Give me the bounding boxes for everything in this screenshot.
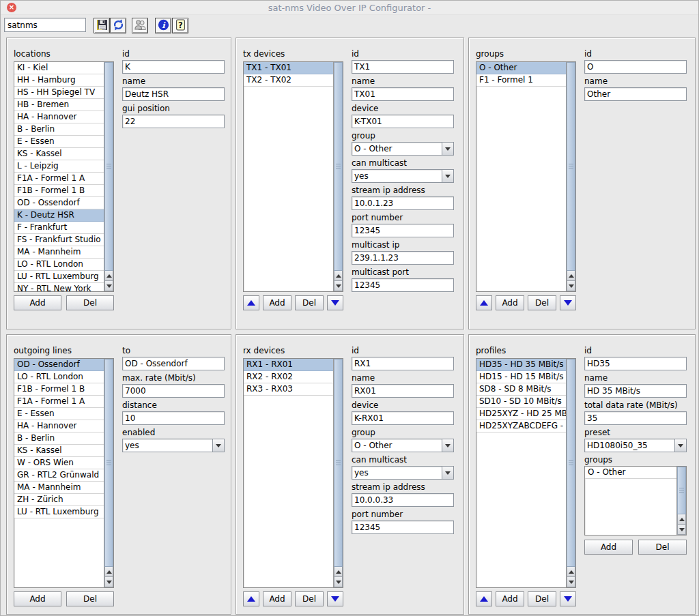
id-input[interactable] bbox=[584, 60, 687, 74]
scrollbar[interactable] bbox=[566, 359, 575, 587]
list-item[interactable]: L - Leipzig bbox=[14, 160, 104, 173]
list-item[interactable]: HA - Hannover bbox=[14, 111, 104, 123]
scrollbar[interactable] bbox=[333, 62, 343, 291]
name-input[interactable] bbox=[584, 87, 687, 101]
scroll-up-button[interactable] bbox=[567, 567, 575, 577]
list-item[interactable]: HH - Hamburg bbox=[14, 74, 104, 87]
device-input[interactable] bbox=[352, 115, 454, 128]
scroll-down-button[interactable] bbox=[567, 281, 575, 291]
list-item[interactable]: B - Berlin bbox=[14, 432, 104, 445]
outgoing-lines-list[interactable]: OD - OssendorfLO - RTL LondonF1B - Forme… bbox=[14, 358, 114, 588]
multicast-port-input[interactable] bbox=[352, 278, 454, 292]
list-item[interactable]: HD15 - HD 15 MBit/s bbox=[476, 371, 566, 383]
info-button[interactable]: i bbox=[155, 18, 171, 33]
scrollbar[interactable] bbox=[333, 359, 343, 587]
name-input[interactable] bbox=[122, 87, 225, 101]
add-button[interactable]: Add bbox=[584, 540, 633, 555]
scrollbar-thumb[interactable] bbox=[104, 62, 113, 271]
port-input[interactable] bbox=[352, 520, 454, 534]
dropdown-arrow-icon[interactable] bbox=[442, 143, 453, 155]
to-input[interactable] bbox=[122, 357, 225, 370]
scroll-up-button[interactable] bbox=[104, 271, 113, 281]
scroll-down-button[interactable] bbox=[334, 281, 343, 291]
list-item[interactable]: F1 - Formel 1 bbox=[476, 74, 566, 87]
scrollbar[interactable] bbox=[566, 62, 575, 291]
list-item[interactable]: MA - Mannheim bbox=[14, 482, 104, 494]
distance-input[interactable] bbox=[122, 411, 225, 425]
list-item[interactable]: HS - HH Spiegel TV bbox=[14, 87, 104, 99]
list-item[interactable]: RX2 - RX02 bbox=[244, 371, 333, 383]
list-item[interactable]: W - ORS Wien bbox=[14, 457, 104, 469]
scrollbar-thumb[interactable] bbox=[677, 467, 686, 514]
rx-devices-list[interactable]: RX1 - RX01RX2 - RX02RX3 - RX03 bbox=[243, 358, 343, 588]
list-item[interactable]: HB - Bremen bbox=[14, 99, 104, 111]
list-item[interactable]: F1B - Formel 1 B bbox=[14, 383, 104, 396]
list-item[interactable]: E - Essen bbox=[14, 408, 104, 420]
scroll-down-button[interactable] bbox=[104, 281, 113, 291]
move-down-button[interactable] bbox=[327, 295, 343, 310]
add-button[interactable]: Add bbox=[496, 295, 524, 310]
del-button[interactable]: Del bbox=[638, 540, 687, 555]
id-input[interactable] bbox=[352, 357, 454, 370]
list-item[interactable]: MA - Mannheim bbox=[14, 246, 104, 259]
list-item[interactable]: O - Other bbox=[476, 62, 566, 74]
scroll-down-button[interactable] bbox=[104, 577, 113, 587]
list-item[interactable]: TX2 - TX02 bbox=[244, 74, 333, 87]
help-button[interactable]: ? bbox=[172, 18, 188, 33]
list-item[interactable]: KI - Kiel bbox=[14, 62, 104, 74]
list-item[interactable]: E - Essen bbox=[14, 136, 104, 148]
dropdown-arrow-icon[interactable] bbox=[442, 467, 453, 479]
stream-ip-input[interactable] bbox=[352, 493, 454, 507]
group-select[interactable]: O - Other bbox=[352, 142, 454, 156]
name-input[interactable] bbox=[352, 384, 454, 398]
list-item[interactable]: HD35 - HD 35 MBit/s bbox=[476, 359, 566, 371]
move-up-button[interactable] bbox=[476, 591, 492, 606]
list-item[interactable]: HD25XYZABCDEFG - HD 25 MBit/s bbox=[476, 420, 566, 432]
profiles-list[interactable]: HD35 - HD 35 MBit/sHD15 - HD 15 MBit/sSD… bbox=[476, 358, 576, 588]
scroll-down-button[interactable] bbox=[334, 577, 343, 587]
list-item[interactable]: RX1 - RX01 bbox=[244, 359, 333, 371]
scrollbar-thumb[interactable] bbox=[334, 62, 343, 271]
list-item[interactable]: RX3 - RX03 bbox=[244, 383, 333, 396]
list-item[interactable]: K - Deutz HSR bbox=[14, 209, 104, 222]
port-input[interactable] bbox=[352, 224, 454, 237]
can-multicast-select[interactable]: yes bbox=[352, 169, 454, 183]
add-button[interactable]: Add bbox=[14, 591, 61, 606]
total-rate-input[interactable] bbox=[584, 411, 687, 425]
move-up-button[interactable] bbox=[243, 295, 259, 310]
scroll-up-button[interactable] bbox=[104, 567, 113, 577]
list-item[interactable]: LO - RTL London bbox=[14, 371, 104, 383]
list-item[interactable]: LO - RTL London bbox=[14, 259, 104, 271]
multicast-ip-input[interactable] bbox=[352, 251, 454, 265]
dropdown-arrow-icon[interactable] bbox=[442, 439, 453, 452]
scrollbar-thumb[interactable] bbox=[567, 62, 575, 271]
list-item[interactable]: OD - Ossendorf bbox=[14, 359, 104, 371]
scroll-up-button[interactable] bbox=[567, 271, 575, 281]
move-up-button[interactable] bbox=[476, 295, 492, 310]
list-item[interactable]: GR - RTL2 Grünwald bbox=[14, 469, 104, 482]
list-item[interactable]: LU - RTL Luxemburg bbox=[14, 506, 104, 518]
list-item[interactable]: KS - Kassel bbox=[14, 445, 104, 457]
id-input[interactable] bbox=[352, 60, 454, 74]
list-item[interactable]: F1B - Formel 1 B bbox=[14, 185, 104, 197]
enabled-select[interactable]: yes bbox=[122, 439, 225, 452]
add-button[interactable]: Add bbox=[496, 591, 524, 606]
del-button[interactable]: Del bbox=[295, 295, 324, 310]
move-down-button[interactable] bbox=[560, 591, 576, 606]
del-button[interactable]: Del bbox=[66, 295, 114, 310]
scrollbar[interactable] bbox=[104, 359, 113, 587]
list-item[interactable]: F1A - Formel 1 A bbox=[14, 396, 104, 408]
id-input[interactable] bbox=[584, 357, 687, 370]
device-input[interactable] bbox=[352, 411, 454, 425]
scrollbar-thumb[interactable] bbox=[104, 359, 113, 567]
scrollbar-thumb[interactable] bbox=[334, 359, 343, 567]
list-item[interactable]: LU - RTL Luxemburg bbox=[14, 271, 104, 283]
scrollbar[interactable] bbox=[676, 467, 686, 535]
scroll-up-button[interactable] bbox=[334, 271, 343, 281]
list-item[interactable]: ZH - Zürich bbox=[14, 494, 104, 506]
scrollbar[interactable] bbox=[104, 62, 113, 291]
name-input[interactable] bbox=[584, 384, 687, 398]
refresh-button[interactable] bbox=[110, 18, 126, 33]
move-down-button[interactable] bbox=[560, 295, 576, 310]
stream-ip-input[interactable] bbox=[352, 196, 454, 210]
